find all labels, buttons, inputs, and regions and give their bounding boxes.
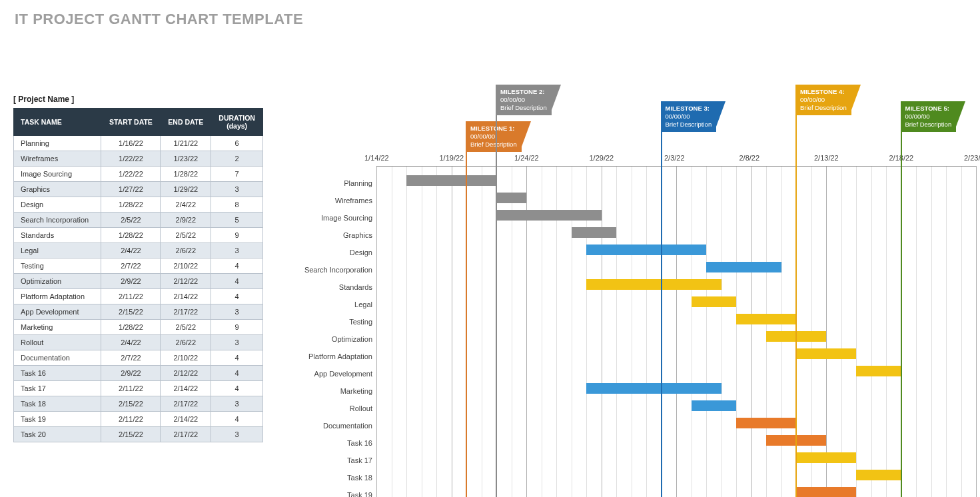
- gantt-bar: [736, 418, 796, 428]
- row-label: Testing: [292, 318, 372, 326]
- table-cell: Task 16: [14, 366, 101, 381]
- table-cell: Rollout: [14, 335, 101, 350]
- row-label: Standards: [292, 283, 372, 291]
- table-cell: 2/14/22: [161, 289, 211, 304]
- table-row: Graphics1/27/221/29/223: [14, 182, 263, 197]
- project-name-label: [ Project Name ]: [13, 95, 263, 104]
- gridline-minor: [616, 166, 617, 497]
- table-header: DURATION(days): [211, 109, 263, 136]
- table-cell: 2/10/22: [161, 350, 211, 366]
- milestone-flag: MILESTONE 1:00/00/00Brief Description: [466, 121, 522, 152]
- gantt-bar: [796, 452, 856, 463]
- table-cell: Testing: [14, 258, 101, 274]
- table-row: Rollout2/4/222/6/223: [14, 335, 263, 350]
- row-label: Design: [292, 248, 372, 256]
- table-cell: 1/28/22: [161, 167, 211, 182]
- table-cell: 4: [211, 366, 263, 381]
- table-cell: Search Incorporation: [14, 213, 101, 228]
- milestone-line: [661, 103, 662, 497]
- table-header: START DATE: [101, 109, 161, 136]
- table-cell: 1/28/22: [101, 320, 161, 335]
- gridline-minor: [646, 166, 647, 497]
- axis-tick: 1/14/22: [364, 154, 389, 162]
- gridline: [676, 166, 677, 497]
- gridline-minor: [916, 166, 917, 497]
- milestone-line: [466, 123, 467, 497]
- table-cell: 4: [211, 350, 263, 366]
- table-cell: 1/27/22: [101, 182, 161, 197]
- table-row: Marketing1/28/222/5/229: [14, 320, 263, 335]
- table-cell: 2: [211, 151, 263, 167]
- table-cell: 4: [211, 381, 263, 396]
- table-cell: 2/15/22: [101, 427, 161, 442]
- row-label: Task 16: [292, 439, 372, 447]
- table-cell: 4: [211, 412, 263, 427]
- table-row: Optimization2/9/222/12/224: [14, 274, 263, 289]
- gantt-bar: [572, 227, 617, 238]
- table-cell: 1/23/22: [161, 151, 211, 167]
- table-cell: Task 18: [14, 396, 101, 412]
- table-header: END DATE: [161, 109, 211, 136]
- gantt-chart: 1/14/221/19/221/24/221/29/222/3/222/8/22…: [290, 55, 967, 497]
- axis-tick: 2/23/22: [964, 154, 980, 162]
- table-row: Search Incorporation2/5/222/9/225: [14, 213, 263, 228]
- table-cell: App Development: [14, 304, 101, 320]
- milestone-flag: MILESTONE 2:00/00/00Brief Description: [496, 85, 552, 115]
- table-cell: 3: [211, 243, 263, 258]
- gantt-bar: [856, 366, 901, 376]
- table-cell: 3: [211, 427, 263, 442]
- gridline-minor: [722, 166, 722, 497]
- gridline-minor: [946, 166, 947, 497]
- gantt-bar: [586, 279, 722, 290]
- gridline-minor: [436, 166, 437, 497]
- table-cell: 2/4/22: [161, 197, 211, 213]
- table-row: Task 162/9/222/12/224: [14, 366, 263, 381]
- task-table: TASK NAMESTART DATEEND DATEDURATION(days…: [13, 108, 263, 442]
- table-cell: Legal: [14, 243, 101, 258]
- table-row: Documentation2/7/222/10/224: [14, 350, 263, 366]
- table-cell: 2/12/22: [161, 274, 211, 289]
- table-cell: 2/14/22: [161, 412, 211, 427]
- table-cell: 1/16/22: [101, 136, 161, 151]
- table-cell: 2/6/22: [161, 243, 211, 258]
- table-cell: 3: [211, 304, 263, 320]
- page-title: IT PROJECT GANTT CHART TEMPLATE: [15, 11, 967, 28]
- table-cell: 9: [211, 320, 263, 335]
- table-cell: 2/11/22: [101, 289, 161, 304]
- table-row: Standards1/28/222/5/229: [14, 228, 263, 243]
- axis-tick: 2/3/22: [664, 154, 685, 162]
- gridline-minor: [392, 166, 392, 497]
- table-cell: 2/11/22: [101, 381, 161, 396]
- table-row: Image Sourcing1/22/221/28/227: [14, 167, 263, 182]
- row-label: Platform Adaptation: [292, 352, 372, 360]
- table-row: Testing2/7/222/10/224: [14, 258, 263, 274]
- table-cell: 2/17/22: [161, 427, 211, 442]
- table-cell: 2/17/22: [161, 396, 211, 412]
- table-cell: Image Sourcing: [14, 167, 101, 182]
- table-cell: 1/28/22: [101, 197, 161, 213]
- table-cell: 2/15/22: [101, 396, 161, 412]
- row-label: Graphics: [292, 231, 372, 239]
- gridline-minor: [422, 166, 422, 497]
- row-label: Task 18: [292, 474, 372, 482]
- table-cell: 3: [211, 396, 263, 412]
- gridline-minor: [871, 166, 872, 497]
- table-row: Design1/28/222/4/228: [14, 197, 263, 213]
- table-cell: Task 17: [14, 381, 101, 396]
- table-cell: Task 19: [14, 412, 101, 427]
- table-row: Task 192/11/222/14/224: [14, 412, 263, 427]
- table-row: Platform Adaptation2/11/222/14/224: [14, 289, 263, 304]
- row-label: Wireframes: [292, 197, 372, 205]
- row-label: Optimization: [292, 335, 372, 343]
- row-label: Legal: [292, 300, 372, 308]
- row-label: Search Incorporation: [292, 266, 372, 274]
- milestone-flag: MILESTONE 4:00/00/00Brief Description: [795, 85, 851, 115]
- table-cell: 3: [211, 335, 263, 350]
- table-cell: 2/14/22: [161, 381, 211, 396]
- table-row: Task 182/15/222/17/223: [14, 396, 263, 412]
- table-cell: Graphics: [14, 182, 101, 197]
- gantt-bar: [586, 245, 706, 255]
- table-cell: 2/15/22: [101, 304, 161, 320]
- gantt-bar: [406, 175, 496, 186]
- table-cell: 2/12/22: [161, 366, 211, 381]
